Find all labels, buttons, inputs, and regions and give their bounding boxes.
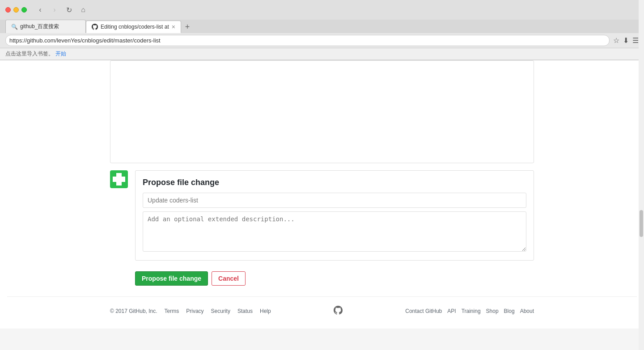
tab-favicon-baidu: 🔍 (11, 24, 17, 30)
cancel-button[interactable]: Cancel (212, 271, 246, 286)
footer-link-privacy[interactable]: Privacy (186, 308, 203, 314)
commit-title-input[interactable] (143, 193, 526, 208)
reload-button[interactable]: ↻ (63, 4, 75, 16)
page-content: Propose file change Propose file change … (0, 60, 644, 329)
svg-rect-12 (122, 182, 123, 184)
propose-file-change-button[interactable]: Propose file change (135, 271, 208, 286)
action-buttons: Propose file change Cancel (103, 268, 541, 296)
editor-area[interactable] (110, 60, 534, 163)
footer-link-help[interactable]: Help (260, 308, 271, 314)
footer-link-api[interactable]: API (447, 308, 456, 314)
github-logo-icon (334, 306, 343, 315)
address-bar: ☆ ⬇ ☰ (0, 33, 644, 48)
menu-button[interactable]: ☰ (632, 36, 639, 45)
propose-form-container: Propose file change (135, 170, 534, 261)
maximize-window-button[interactable] (21, 7, 27, 13)
footer-link-shop[interactable]: Shop (486, 308, 499, 314)
footer-right: Contact GitHub API Training Shop Blog Ab… (405, 308, 534, 314)
address-input[interactable] (5, 35, 610, 46)
footer-link-status[interactable]: Status (237, 308, 253, 314)
footer-center (334, 306, 343, 316)
footer-link-terms[interactable]: Terms (165, 308, 179, 314)
footer-link-blog[interactable]: Blog (504, 308, 515, 314)
scrollbar-thumb[interactable] (640, 210, 643, 237)
tab-favicon-github (92, 24, 98, 30)
footer-left: © 2017 GitHub, Inc. Terms Privacy Securi… (110, 308, 271, 314)
user-avatar (110, 170, 128, 188)
svg-rect-15 (117, 177, 121, 181)
forward-button[interactable]: › (48, 4, 61, 16)
new-tab-button[interactable]: + (181, 21, 194, 33)
footer-link-security[interactable]: Security (211, 308, 230, 314)
tab-title-baidu: github_百度搜索 (20, 23, 80, 30)
minimize-window-button[interactable] (13, 7, 19, 13)
browser-actions: ☆ ⬇ ☰ (613, 36, 639, 45)
browser-nav: ‹ › ↻ ⌂ (34, 4, 89, 16)
bookmark-button[interactable]: ☆ (613, 36, 619, 45)
bookmark-start-link[interactable]: 开始 (55, 50, 66, 58)
propose-title: Propose file change (143, 178, 526, 187)
svg-rect-11 (114, 182, 116, 184)
back-button[interactable]: ‹ (34, 4, 47, 16)
tab-baidu[interactable]: 🔍 github_百度搜索 (5, 20, 86, 33)
bookmark-bar: 点击这里导入书签。 开始 (0, 48, 644, 60)
commit-description-textarea[interactable] (143, 211, 526, 252)
close-window-button[interactable] (5, 7, 11, 13)
svg-rect-9 (114, 175, 116, 177)
editor-container (103, 60, 541, 163)
footer: © 2017 GitHub, Inc. Terms Privacy Securi… (103, 297, 541, 325)
browser-titlebar: ‹ › ↻ ⌂ (0, 0, 644, 20)
scrollbar[interactable] (639, 0, 644, 329)
tabs-bar: 🔍 github_百度搜索 Editing cnblogs/coders-lis… (0, 20, 644, 33)
download-button[interactable]: ⬇ (623, 36, 629, 45)
tab-close-button[interactable]: × (172, 24, 175, 30)
propose-section: Propose file change (103, 163, 541, 268)
footer-copyright: © 2017 GitHub, Inc. (110, 308, 157, 314)
svg-rect-10 (122, 175, 123, 177)
footer-link-contact-github[interactable]: Contact GitHub (405, 308, 442, 314)
tab-title-github: Editing cnblogs/coders-list at (101, 24, 169, 30)
footer-link-training[interactable]: Training (462, 308, 481, 314)
bookmark-bar-text: 点击这里导入书签。 (5, 50, 54, 58)
home-button[interactable]: ⌂ (77, 4, 89, 16)
footer-link-about[interactable]: About (520, 308, 534, 314)
traffic-lights (5, 7, 27, 13)
browser-chrome: ‹ › ↻ ⌂ 🔍 github_百度搜索 Editing cnblogs/co… (0, 0, 644, 60)
tab-github-edit[interactable]: Editing cnblogs/coders-list at × (86, 21, 181, 33)
